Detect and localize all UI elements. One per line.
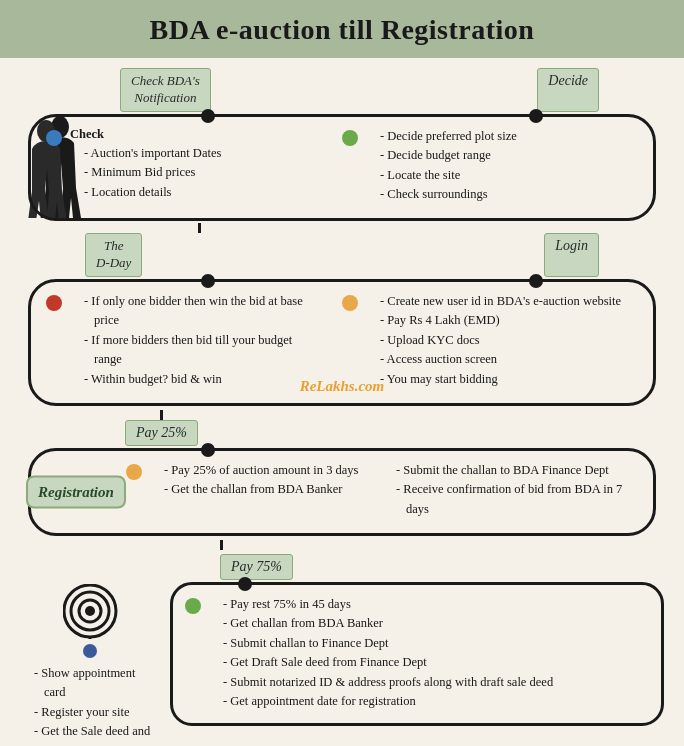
login-items-list: Create new user id in BDA's e-auction we… xyxy=(366,292,621,389)
pay75-item-5: Submit notarized ID & address proofs alo… xyxy=(219,673,553,692)
decide-item-2: Decide budget range xyxy=(376,146,517,165)
pay25-right-list: Submit the challan to BDA Finance Dept R… xyxy=(382,461,638,519)
login-item-4: Access auction screen xyxy=(376,350,621,369)
reg-item-2: Register your site xyxy=(30,703,160,722)
d-day-item-3: Within budget? bid & win xyxy=(80,370,318,389)
bullseye-icon xyxy=(63,584,118,639)
pay75-item-4: Get Draft Sale deed from Finance Dept xyxy=(219,653,553,672)
decide-item-3: Locate the site xyxy=(376,166,517,185)
login-item-5: You may start bidding xyxy=(376,370,621,389)
d-day-content: If only one bidder then win the bid at b… xyxy=(70,292,318,389)
pay25-left-list: Pay 25% of auction amount in 3 days Get … xyxy=(150,461,358,500)
check-item-2: Minimum Bid prices xyxy=(80,163,221,182)
login-label: Login xyxy=(544,233,599,277)
header: BDA e-auction till Registration xyxy=(0,0,684,58)
login-item-1: Create new user id in BDA's e-auction we… xyxy=(376,292,621,311)
decide-label: Decide xyxy=(537,68,599,112)
pay25-right-content: Submit the challan to BDA Finance Dept R… xyxy=(382,461,638,519)
pay75-item-1: Pay rest 75% in 45 days xyxy=(219,595,553,614)
reg-item-1: Show appointment card xyxy=(30,664,160,703)
check-item-3: Location details xyxy=(80,183,221,202)
d-day-item-1: If only one bidder then win the bid at b… xyxy=(80,292,318,331)
check-bda-label: Check BDA'sNotification xyxy=(120,68,211,112)
pay75-items-list: Pay rest 75% in 45 days Get challan from… xyxy=(209,595,553,711)
login-item-3: Upload KYC docs xyxy=(376,331,621,350)
pay75-item-2: Get challan from BDA Banker xyxy=(219,614,553,633)
login-item-2: Pay Rs 4 Lakh (EMD) xyxy=(376,311,621,330)
page-title: BDA e-auction till Registration xyxy=(10,14,674,46)
registration-items: Show appointment card Register your site… xyxy=(20,664,160,746)
login-content: Create new user id in BDA's e-auction we… xyxy=(366,292,621,389)
pay25-right-item-2: Receive confirmation of bid from BDA in … xyxy=(392,480,638,519)
pay75-content: Pay rest 75% in 45 days Get challan from… xyxy=(209,595,553,711)
pay25-left-item-1: Pay 25% of auction amount in 3 days xyxy=(160,461,358,480)
reg-item-3: Get the Sale deed and Possession Certifi… xyxy=(30,722,160,746)
check-content: Check Auction's important Dates Minimum … xyxy=(70,127,221,202)
pay25-right-item-1: Submit the challan to BDA Finance Dept xyxy=(392,461,638,480)
d-day-item-2: If more bidders then bid till your budge… xyxy=(80,331,318,370)
pay25-left-content: Pay 25% of auction amount in 3 days Get … xyxy=(150,461,358,500)
check-item-1: Auction's important Dates xyxy=(80,144,221,163)
pay75-item-3: Submit challan to Finance Dept xyxy=(219,634,553,653)
d-day-items-list: If only one bidder then win the bid at b… xyxy=(70,292,318,389)
watermark: ReLakhs.com xyxy=(300,378,385,395)
check-items-list: Auction's important Dates Minimum Bid pr… xyxy=(70,144,221,202)
pay75-label: Pay 75% xyxy=(220,554,293,580)
pay75-item-6: Get appointment date for registration xyxy=(219,692,553,711)
pay25-left-item-2: Get the challan from BDA Banker xyxy=(160,480,358,499)
decide-item-4: Check surroundings xyxy=(376,185,517,204)
decide-items-list: Decide preferred plot size Decide budget… xyxy=(366,127,517,205)
main-content: Check BDA'sNotification Decide Check Auc… xyxy=(0,58,684,746)
decide-item-1: Decide preferred plot size xyxy=(376,127,517,146)
decide-content: Decide preferred plot size Decide budget… xyxy=(366,127,517,205)
pay25-label: Pay 25% xyxy=(125,420,198,446)
svg-point-5 xyxy=(85,606,95,616)
d-day-label: TheD-Day xyxy=(85,233,142,277)
registration-label: Registration xyxy=(26,476,126,509)
registration-items-list: Show appointment card Register your site… xyxy=(20,664,160,746)
page-wrapper: BDA e-auction till Registration Check BD… xyxy=(0,0,684,746)
